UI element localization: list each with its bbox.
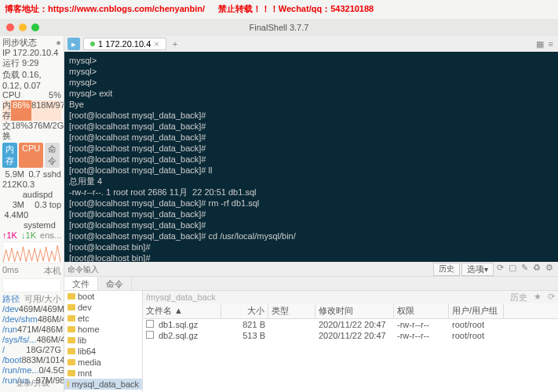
mem-row: 内存86%818M/972M: [2, 100, 61, 121]
login-link[interactable]: 登录/升级: [16, 378, 49, 389]
folder-icon[interactable]: ▸: [67, 38, 80, 50]
uptime-label: 运行 9:29: [2, 57, 61, 69]
blog-link[interactable]: https://www.cnblogs.com/chenyanbin/: [48, 4, 205, 13]
add-tab-button[interactable]: +: [170, 39, 181, 49]
net-labels: ↑1K↓1Kens...: [2, 230, 61, 240]
history-button[interactable]: 历史: [433, 263, 460, 276]
sync-status: 同步状态●: [2, 38, 61, 48]
tool-icon-4[interactable]: ♻: [531, 263, 542, 276]
tool-icon-2[interactable]: ▢: [507, 263, 518, 276]
status-dot-icon: [90, 42, 95, 46]
file-icon: [146, 320, 154, 328]
path-history[interactable]: 历史: [510, 292, 527, 303]
grid-icon[interactable]: ▦: [536, 39, 544, 49]
titlebar: FinalShell 3.7.7: [0, 19, 558, 36]
net-chart: [2, 241, 61, 263]
app-title: FinalShell 3.7.7: [0, 23, 558, 32]
file-row[interactable]: db1.sql.gz821 B2020/11/22 20:47-rw-r--r-…: [143, 319, 558, 330]
tool-icon-1[interactable]: ⟳: [495, 263, 505, 276]
refresh-icon[interactable]: ⟳: [548, 292, 555, 303]
ip-label: IP 172.20.10.4: [2, 48, 61, 57]
tool-icon-3[interactable]: ✎: [520, 263, 530, 276]
terminal[interactable]: mysql> mysql> mysql> mysql> exit Bye [ro…: [64, 52, 558, 262]
close-tab-icon[interactable]: ×: [154, 39, 159, 49]
monitor-tabs[interactable]: 内存CPU命令: [2, 143, 61, 168]
path-bar[interactable]: /mysql_data_back 历史★⟳: [143, 291, 558, 303]
ping-labels: 0ms本机: [2, 265, 61, 277]
tool-icon-5[interactable]: ⚙: [544, 263, 555, 276]
ping-chart: [2, 278, 61, 292]
list-icon[interactable]: ≡: [549, 39, 553, 49]
folder-tree[interactable]: boot dev etc home lib lib64 media mnt my…: [64, 291, 143, 392]
file-header[interactable]: 文件名 ▲大小类型修改时间权限用户/用户组: [143, 303, 558, 319]
cpu-row: CPU5%: [2, 90, 61, 100]
session-tabbar: ▸ 1 172.20.10.4× + ▦ ≡: [64, 36, 558, 52]
load-label: 负载 0.16, 0.12, 0.07: [2, 69, 61, 90]
file-row[interactable]: db2.sql.gz513 B2020/11/22 20:47-rw-r--r-…: [143, 330, 558, 341]
file-tab[interactable]: 文件: [64, 277, 98, 290]
disk-list: 路径可用/大小 /dev469M/469M /dev/shm486M/486M …: [2, 294, 61, 386]
option-button[interactable]: 选项▾: [461, 263, 494, 276]
folder-icon: [67, 293, 75, 299]
command-input[interactable]: [67, 265, 433, 274]
swap-row: 交换18%376M/2G: [2, 121, 61, 141]
command-bar: 历史 选项▾ ⟳ ▢ ✎ ♻ ⚙: [64, 262, 558, 276]
watermark-banner: 博客地址：https://www.cnblogs.com/chenyanbin/…: [0, 3, 558, 15]
cmd-tab[interactable]: 命令: [98, 277, 132, 290]
sidebar: 同步状态● IP 172.20.10.4 运行 9:29 负载 0.16, 0.…: [0, 36, 64, 392]
session-tab[interactable]: 1 172.20.10.4×: [83, 38, 166, 50]
process-list: 5.9M 0.7 sshd 212K 0.3 audispd 3M 0.3 to…: [2, 169, 61, 230]
file-panel-tabs: 文件 命令: [64, 276, 558, 290]
bookmark-icon[interactable]: ★: [534, 292, 542, 303]
